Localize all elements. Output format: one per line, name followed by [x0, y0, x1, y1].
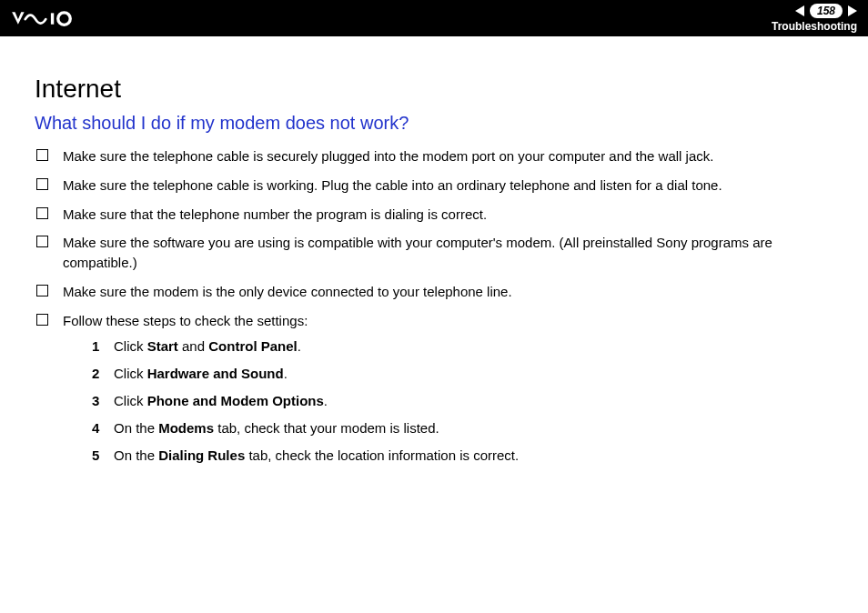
list-item: Make sure that the telephone number the … [35, 205, 833, 225]
step-text: Click Start and Control Panel. [114, 336, 301, 357]
header-right: 158 Troubleshooting [772, 4, 857, 33]
list-item-text: Make sure the telephone cable is securel… [63, 146, 713, 166]
svg-point-1 [58, 13, 71, 25]
step-number: 4 [92, 417, 114, 439]
list-item: Follow these steps to check the settings… [35, 311, 833, 473]
header-bar: 158 Troubleshooting [0, 0, 868, 36]
checkbox-icon [36, 285, 48, 296]
step-item: 5On the Dialing Rules tab, check the loc… [92, 445, 833, 467]
svg-rect-0 [51, 13, 54, 24]
page-number: 158 [810, 4, 843, 18]
checkbox-icon [36, 314, 48, 326]
list-item-text: Make sure the modem is the only device c… [63, 282, 512, 302]
vaio-logo [11, 9, 93, 27]
section-title: Internet [35, 75, 833, 104]
step-item: 3Click Phone and Modem Options. [92, 390, 833, 412]
list-item-text: Make sure the telephone cable is working… [63, 176, 722, 196]
prev-page-arrow-icon[interactable] [795, 5, 804, 16]
list-item: Make sure the software you are using is … [35, 233, 833, 273]
step-number: 5 [92, 445, 114, 467]
list-item-text: Make sure the software you are using is … [63, 233, 833, 273]
step-text: Click Phone and Modem Options. [114, 390, 328, 412]
checkbox-icon [36, 236, 48, 247]
step-text: Click Hardware and Sound. [114, 363, 288, 385]
step-item: 1Click Start and Control Panel. [92, 336, 833, 357]
breadcrumb[interactable]: Troubleshooting [772, 20, 857, 33]
list-item-text: Make sure that the telephone number the … [63, 205, 487, 225]
step-text: On the Modems tab, check that your modem… [114, 417, 439, 439]
next-page-arrow-icon[interactable] [848, 5, 857, 16]
checklist: Make sure the telephone cable is securel… [35, 146, 833, 472]
steps-list: 1Click Start and Control Panel. 2Click H… [92, 336, 833, 467]
checkbox-icon [36, 207, 48, 219]
step-item: 4On the Modems tab, check that your mode… [92, 417, 833, 439]
list-item-text: Follow these steps to check the settings… [63, 313, 308, 328]
page-nav: 158 [795, 4, 857, 18]
list-item: Make sure the telephone cable is working… [35, 176, 833, 196]
step-item: 2Click Hardware and Sound. [92, 363, 833, 385]
list-item: Make sure the telephone cable is securel… [35, 146, 833, 166]
list-item: Make sure the modem is the only device c… [35, 282, 833, 302]
checkbox-icon [36, 178, 48, 190]
checkbox-icon [36, 149, 48, 161]
step-number: 3 [92, 390, 114, 412]
step-text: On the Dialing Rules tab, check the loca… [114, 445, 519, 467]
page-body: Internet What should I do if my modem do… [0, 36, 868, 472]
step-number: 2 [92, 363, 114, 385]
step-number: 1 [92, 336, 114, 357]
question-heading: What should I do if my modem does not wo… [35, 113, 833, 134]
